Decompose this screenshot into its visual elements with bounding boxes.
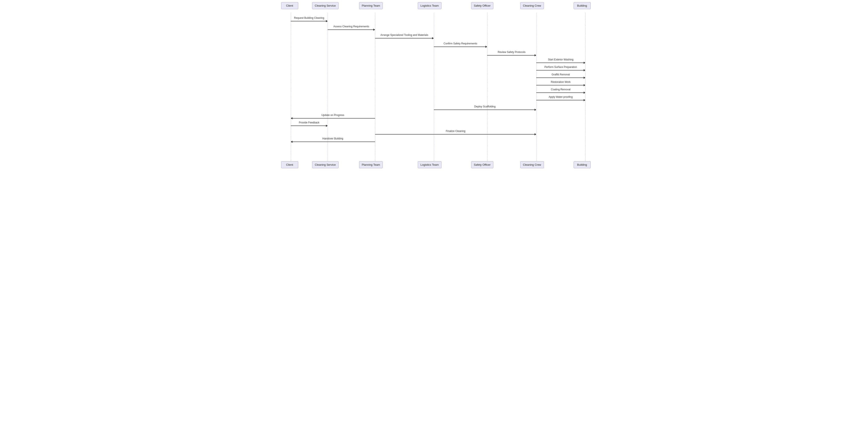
message-label-13: Provide Feedback bbox=[299, 121, 319, 124]
message-10 bbox=[536, 99, 585, 101]
message-label-8: Restoration Work bbox=[551, 81, 570, 84]
message-label-5: Start Exterior Washing bbox=[548, 58, 574, 61]
actor-crew-bottom: Cleaning Crew bbox=[520, 161, 544, 168]
message-11 bbox=[434, 109, 536, 111]
lifeline-logistics bbox=[434, 13, 434, 161]
actor-logistics-top: Logistics Team bbox=[418, 2, 442, 9]
actor-building-bottom: Building bbox=[574, 161, 591, 168]
message-label-7: Graffiti Removal bbox=[552, 73, 570, 76]
message-6 bbox=[536, 69, 585, 71]
actor-building-top: Building bbox=[574, 2, 591, 9]
message-7 bbox=[536, 77, 585, 79]
message-9 bbox=[536, 92, 585, 94]
message-label-15: Handover Building bbox=[322, 137, 343, 140]
lifeline-crew bbox=[536, 13, 536, 161]
actor-cleaning-bottom: Cleaning Service bbox=[312, 161, 339, 168]
message-3 bbox=[434, 46, 487, 48]
message-label-12: Update on Progress bbox=[321, 114, 344, 117]
lifeline-client bbox=[291, 13, 291, 161]
message-13 bbox=[291, 125, 328, 127]
message-1 bbox=[328, 29, 375, 31]
message-2 bbox=[375, 37, 434, 39]
message-label-14: Finalize Cleaning bbox=[446, 129, 465, 132]
message-label-11: Deploy Scaffolding bbox=[474, 105, 496, 108]
actor-planning-bottom: Planning Team bbox=[359, 161, 383, 168]
actor-logistics-bottom: Logistics Team bbox=[418, 161, 442, 168]
message-14 bbox=[375, 133, 536, 136]
message-label-4: Review Safety Protocols bbox=[498, 51, 525, 54]
message-0 bbox=[291, 20, 328, 22]
message-12 bbox=[291, 117, 375, 119]
message-label-9: Coating Removal bbox=[551, 88, 570, 91]
message-5 bbox=[536, 62, 585, 64]
message-label-1: Assess Cleaning Requirements bbox=[334, 25, 369, 28]
actor-client-bottom: Client bbox=[281, 161, 298, 168]
actor-planning-top: Planning Team bbox=[359, 2, 383, 9]
actor-safety-top: Safety Officer bbox=[471, 2, 494, 9]
actor-crew-top: Cleaning Crew bbox=[520, 2, 544, 9]
message-label-6: Perform Surface Preparation bbox=[545, 65, 577, 68]
message-15 bbox=[291, 141, 375, 143]
message-label-0: Request Building Cleaning bbox=[294, 17, 324, 20]
message-8 bbox=[536, 84, 585, 86]
message-4 bbox=[487, 54, 536, 56]
message-label-2: Arrange Specialized Tooling and Material… bbox=[380, 33, 428, 36]
actor-client-top: Client bbox=[281, 2, 298, 9]
message-label-3: Confirm Safety Requirements bbox=[444, 42, 477, 45]
lifeline-planning bbox=[375, 13, 375, 161]
actor-safety-bottom: Safety Officer bbox=[471, 161, 494, 168]
actor-cleaning-top: Cleaning Service bbox=[312, 2, 339, 9]
message-label-10: Apply Water-proofing bbox=[549, 95, 572, 98]
lifeline-building bbox=[585, 13, 586, 161]
sequence-diagram: ClientClientCleaning ServiceCleaning Ser… bbox=[271, 0, 598, 173]
